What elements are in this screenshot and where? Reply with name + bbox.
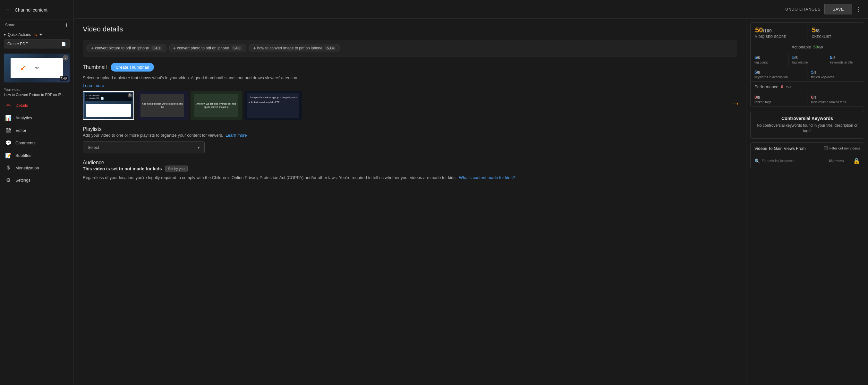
- thumb-file-icon: 📄: [101, 97, 104, 100]
- actionable-label: Actionable: [792, 45, 811, 50]
- thumbnail-item-2[interactable]: And the next option we will explore usin…: [137, 91, 188, 120]
- thumb-3-text: And now We can also leverage our files a…: [194, 101, 238, 110]
- sidebar-item-settings[interactable]: ⚙ Settings: [0, 174, 73, 186]
- set-by-you-badge: Set by you: [165, 166, 188, 172]
- videos-gain-section: Videos To Gain Views From Filter out my …: [750, 143, 864, 168]
- sidebar-item-monetization[interactable]: $ Monetization: [0, 162, 73, 174]
- thumb-create-pdf-row: ↘ Create PDF 📄: [86, 97, 130, 100]
- thumbnail-section-title: Thumbnail: [83, 64, 107, 70]
- sidebar-item-editor[interactable]: 🎬 Editor: [0, 124, 73, 137]
- not-for-kids-label: This video is set to not made for kids: [83, 166, 162, 171]
- matches-cell: Matches 🔒: [825, 154, 864, 168]
- metric-tag-count-total: /5: [757, 56, 760, 60]
- tag-label-3: how to convert image to pdf on iphone: [257, 46, 322, 50]
- seo-score-number: 50/100: [755, 26, 803, 34]
- sidebar-item-settings-label: Settings: [16, 178, 30, 182]
- top-bar: UNDO CHANGES SAVE ⋮: [74, 0, 868, 19]
- actionable-slash: /50: [818, 45, 823, 49]
- metric-cell-high-volume: 0/5 high volume ranked tags: [807, 92, 864, 107]
- thumb-arrow-icon: ↘: [86, 97, 88, 99]
- sidebar-item-monetization-label: Monetization: [16, 166, 39, 170]
- thumbnail-item-4[interactable]: Just open the shortcuts app, go to the g…: [244, 91, 302, 120]
- actionable-score: 50: [813, 45, 818, 50]
- create-pdf-button[interactable]: Create PDF 📄: [4, 39, 70, 49]
- seo-score-total: 100: [764, 28, 771, 33]
- thumb-2-content: And the next option we will explore usin…: [137, 91, 188, 120]
- metric-cell-tripled: 5/5 tripled keywords: [807, 67, 864, 82]
- filter-checkbox[interactable]: [824, 146, 828, 150]
- thumbnail-description: Select or upload a picture that shows wh…: [83, 75, 737, 81]
- metric-cell-tag-volume: 5/5 tag volume: [788, 52, 826, 67]
- share-row: Share ⬆: [0, 20, 73, 30]
- back-button[interactable]: ←: [4, 5, 12, 14]
- metric-cell-ranked-tags: 0/5 ranked tags: [751, 92, 807, 107]
- sidebar-nav: ✏ Details 📊 Analytics 🎬 Editor 💬 Comment…: [0, 99, 73, 385]
- metric-tripled-total: /5: [813, 70, 816, 75]
- your-video-title: How to Convert Picture to PDF on iP...: [0, 92, 73, 99]
- actionable-row: Actionable 50/50: [751, 42, 864, 52]
- thumb-3-inner: And now We can also leverage our files a…: [194, 94, 238, 117]
- video-thumbnail[interactable]: PDF 9 4:40 ↙: [4, 54, 70, 83]
- playlists-learn-more-link[interactable]: Learn more: [225, 133, 247, 138]
- search-box[interactable]: 🔍 Search by keyword: [751, 155, 825, 167]
- thumb-4-text: Just open the shortcuts app, go to the g…: [249, 95, 297, 105]
- editor-icon: 🎬: [5, 127, 11, 134]
- thumb-2-inner: And the next option we will explore usin…: [141, 94, 184, 117]
- lock-icon[interactable]: 🔒: [853, 157, 860, 165]
- metric-keywords-title-total: /5: [832, 56, 835, 60]
- playlist-select-placeholder: Select: [88, 145, 99, 150]
- tag-chip-3[interactable]: + how to convert image to pdf on iphone …: [249, 44, 340, 52]
- thumb-qa-row: ▾ Quick Actions ✕: [86, 94, 130, 96]
- share-icon[interactable]: ⬆: [64, 23, 68, 28]
- metric-tag-volume-label: tag volume: [792, 61, 822, 64]
- tag-chip-1[interactable]: + convert picture to pdf on iphone 54.1: [87, 44, 166, 52]
- audience-section: Audience This video is set to not made f…: [83, 160, 737, 181]
- seo-checklist-box: 5/8 CHECKLIST: [807, 23, 864, 42]
- thumb-1-content: ▾ Quick Actions ✕ ↘ Create PDF 📄: [84, 92, 133, 119]
- more-options-button[interactable]: ⋮: [856, 6, 862, 13]
- your-video-label: Your video: [0, 85, 73, 92]
- seo-score-value: 50: [755, 26, 763, 34]
- tag-chip-2[interactable]: + convert photo to pdf on iphone 54.0: [169, 44, 247, 52]
- sidebar-item-details[interactable]: ✏ Details: [0, 99, 73, 112]
- thumb-4-inner: Just open the shortcuts app, go to the g…: [247, 93, 299, 118]
- metric-high-volume-label: high volume ranked tags: [811, 100, 860, 104]
- create-thumbnail-button[interactable]: Create Thumbnail: [111, 63, 154, 71]
- metric-ranked-tags-value: 0/5: [754, 95, 803, 100]
- pencil-icon: ✏: [5, 102, 11, 109]
- thumbnail-learn-more-link[interactable]: Learn more: [83, 83, 104, 88]
- thumbnail-inner: PDF: [10, 58, 63, 78]
- sidebar-item-editor-label: Editor: [16, 128, 26, 133]
- thumbnail-item-3[interactable]: And now We can also leverage our files a…: [190, 91, 242, 120]
- page-title: Video details: [83, 25, 737, 33]
- metric-tag-count-value: 5/5: [754, 55, 784, 60]
- metric-cell-tag-count: 5/5 tag count: [751, 52, 788, 67]
- undo-changes-button[interactable]: UNDO CHANGES: [785, 7, 820, 11]
- seo-score-box: 50/100 VIDIQ SEO SCORE: [751, 23, 807, 42]
- filter-row: Filter out my videos: [824, 146, 860, 150]
- video-badge: 9: [63, 55, 68, 61]
- sidebar-item-details-label: Details: [16, 103, 28, 108]
- tag-plus-icon-2: +: [173, 46, 176, 51]
- metrics-grid-2: 5/5 keywords in description 5/5 tripled …: [751, 67, 864, 82]
- sidebar-item-subtitles[interactable]: 📝 Subtitles: [0, 149, 73, 162]
- checklist-label: CHECKLIST: [812, 35, 859, 38]
- thumbnail-section-header: Thumbnail Create Thumbnail: [83, 63, 737, 71]
- tag-score-2: 54.0: [231, 46, 242, 50]
- tag-score-3: 53.4: [325, 46, 336, 50]
- thumb-3-content: And now We can also leverage our files a…: [190, 91, 242, 120]
- save-button[interactable]: SAVE: [825, 4, 852, 14]
- tag-plus-icon-1: +: [91, 46, 94, 51]
- content-area: Video details + convert picture to pdf o…: [74, 19, 868, 385]
- audience-badge-row: This video is set to not made for kids S…: [83, 166, 737, 172]
- metric-ranked-tags-total: /5: [757, 96, 760, 99]
- whats-content-link[interactable]: What's content made for kids?: [459, 175, 515, 180]
- sidebar-item-comments[interactable]: 💬 Comments: [0, 137, 73, 149]
- playlist-select-dropdown[interactable]: Select ▾: [83, 142, 205, 153]
- sidebar-item-analytics[interactable]: 📊 Analytics: [0, 112, 73, 124]
- metric-tag-count-label: tag count: [754, 61, 784, 64]
- checklist-score-number: 5/8: [812, 26, 859, 34]
- sidebar: ← Channel content Share ⬆ ▾ Quick Action…: [0, 0, 74, 385]
- quick-actions-magic-icon: ✦: [39, 32, 42, 37]
- thumbnail-item-1[interactable]: ▾ Quick Actions ✕ ↘ Create PDF 📄: [83, 91, 134, 120]
